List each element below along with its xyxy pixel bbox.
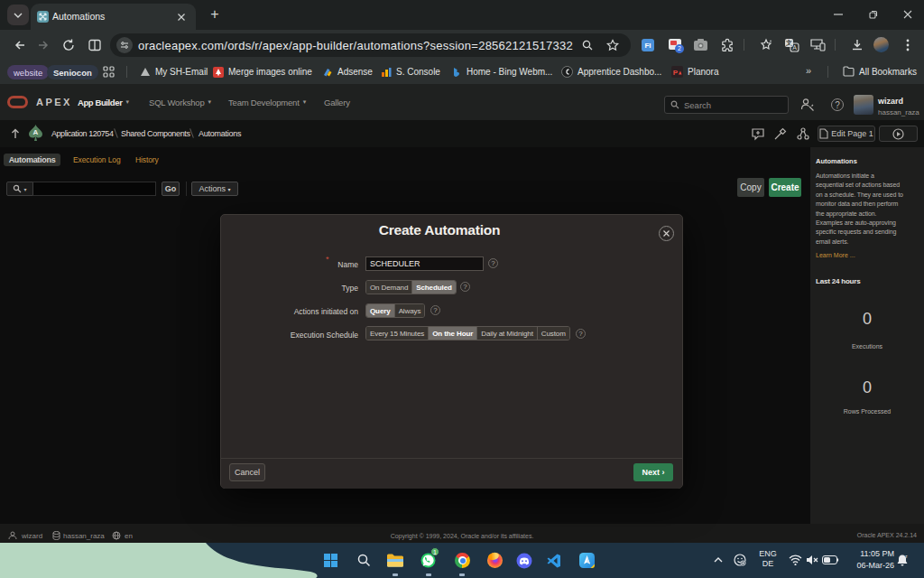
svg-text:FI: FI: [644, 42, 651, 50]
svg-text:P: P: [673, 69, 679, 77]
svg-text:z: z: [905, 554, 908, 559]
svg-text:文: 文: [785, 39, 792, 46]
svg-text:A: A: [33, 128, 39, 136]
svg-text:A: A: [792, 44, 797, 51]
